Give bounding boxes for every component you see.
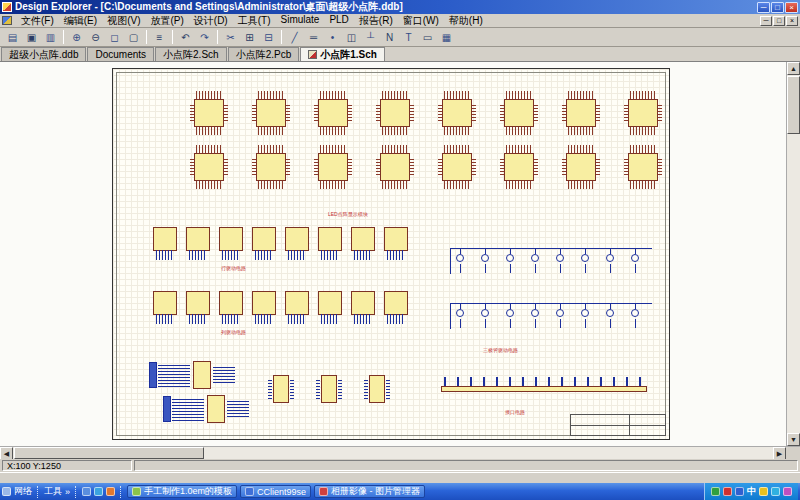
driver-module-symbol[interactable] xyxy=(217,227,245,261)
led-matrix-ic-symbol[interactable] xyxy=(439,91,475,135)
bus-tool-icon[interactable]: ═ xyxy=(304,29,323,45)
transistor-array-symbol[interactable] xyxy=(448,296,654,336)
chevron-icon[interactable]: » xyxy=(65,487,70,497)
zoom-window-icon[interactable]: ◻ xyxy=(105,29,124,45)
transistor-symbol[interactable] xyxy=(504,248,517,278)
select-tool-icon[interactable]: ▦ xyxy=(437,29,456,45)
show-desktop-icon[interactable] xyxy=(82,487,91,496)
small-ic-symbol[interactable] xyxy=(321,375,337,403)
led-matrix-ic-symbol[interactable] xyxy=(563,91,599,135)
transistor-symbol[interactable] xyxy=(529,303,542,333)
messenger-tray-icon[interactable] xyxy=(771,487,780,496)
schematic-canvas[interactable]: LED点阵显示模块行驱动电路列驱动电路三极管驱动电路接口电路 ▲ ▼ xyxy=(0,62,800,446)
transistor-symbol[interactable] xyxy=(454,248,467,278)
network-toolbar-icon[interactable] xyxy=(2,487,11,496)
alert-tray-icon[interactable] xyxy=(723,487,732,496)
driver-module-symbol[interactable] xyxy=(382,291,410,325)
menu-item[interactable]: 帮助(H) xyxy=(444,14,488,28)
vertical-scroll-thumb[interactable] xyxy=(787,76,800,134)
small-ic-symbol[interactable] xyxy=(369,375,385,403)
mdi-minimize-button[interactable]: ─ xyxy=(760,16,772,26)
led-matrix-ic-symbol[interactable] xyxy=(253,91,289,135)
network-tray-icon[interactable] xyxy=(735,487,744,496)
connector-bar-symbol[interactable] xyxy=(441,377,647,397)
vertical-scrollbar[interactable]: ▲ ▼ xyxy=(786,62,800,446)
copy-icon[interactable]: ⊞ xyxy=(240,29,259,45)
taskbar-window-button[interactable]: CClient99se xyxy=(240,485,311,498)
transistor-symbol[interactable] xyxy=(629,248,642,278)
transistor-symbol[interactable] xyxy=(604,303,617,333)
connector-cluster-symbol[interactable] xyxy=(149,361,269,427)
driver-module-symbol[interactable] xyxy=(316,291,344,325)
menu-item[interactable]: 编辑(E) xyxy=(59,14,102,28)
transistor-symbol[interactable] xyxy=(629,303,642,333)
update-tray-icon[interactable] xyxy=(759,487,768,496)
driver-module-symbol[interactable] xyxy=(283,291,311,325)
menu-item[interactable]: 视图(V) xyxy=(102,14,145,28)
maximize-button[interactable]: □ xyxy=(771,2,784,13)
transistor-array-symbol[interactable] xyxy=(448,241,654,281)
led-matrix-ic-symbol[interactable] xyxy=(191,145,227,189)
part-tool-icon[interactable]: ◫ xyxy=(342,29,361,45)
driver-module-symbol[interactable] xyxy=(316,227,344,261)
menu-item[interactable]: 设计(D) xyxy=(189,14,233,28)
led-matrix-ic-symbol[interactable] xyxy=(563,145,599,189)
zoom-out-icon[interactable]: ⊖ xyxy=(86,29,105,45)
scroll-track[interactable] xyxy=(205,447,773,459)
led-matrix-ic-symbol[interactable] xyxy=(625,91,661,135)
led-matrix-ic-symbol[interactable] xyxy=(315,145,351,189)
menu-item[interactable]: 工具(T) xyxy=(233,14,276,28)
menu-item[interactable]: 文件(F) xyxy=(16,14,59,28)
led-matrix-ic-symbol[interactable] xyxy=(501,145,537,189)
menu-item[interactable]: 报告(R) xyxy=(354,14,398,28)
document-icon[interactable] xyxy=(2,16,12,25)
zoom-all-icon[interactable]: ▢ xyxy=(124,29,143,45)
document-tab[interactable]: 小点阵2.Sch xyxy=(155,47,227,61)
menu-item[interactable]: PLD xyxy=(324,14,353,28)
cut-icon[interactable]: ✂ xyxy=(221,29,240,45)
close-button[interactable]: × xyxy=(785,2,798,13)
browser-icon[interactable] xyxy=(94,487,103,496)
driver-module-symbol[interactable] xyxy=(382,227,410,261)
text-tool-icon[interactable]: T xyxy=(399,29,418,45)
mdi-close-button[interactable]: × xyxy=(786,16,798,26)
taskbar-toolbar-tools[interactable]: 工具 xyxy=(44,485,62,498)
transistor-symbol[interactable] xyxy=(579,303,592,333)
transistor-symbol[interactable] xyxy=(479,248,492,278)
document-tab[interactable]: 小点阵2.Pcb xyxy=(228,47,300,61)
scroll-down-icon[interactable]: ▼ xyxy=(787,433,800,446)
scroll-up-icon[interactable]: ▲ xyxy=(787,62,800,75)
driver-module-symbol[interactable] xyxy=(283,227,311,261)
transistor-symbol[interactable] xyxy=(579,248,592,278)
transistor-symbol[interactable] xyxy=(604,248,617,278)
driver-module-symbol[interactable] xyxy=(250,291,278,325)
transistor-symbol[interactable] xyxy=(504,303,517,333)
document-tab[interactable]: Documents xyxy=(87,47,154,61)
open-document-icon[interactable]: ▤ xyxy=(3,29,22,45)
driver-module-symbol[interactable] xyxy=(184,227,212,261)
led-matrix-ic-symbol[interactable] xyxy=(377,91,413,135)
junction-tool-icon[interactable]: • xyxy=(323,29,342,45)
net-label-icon[interactable]: N xyxy=(380,29,399,45)
driver-module-symbol[interactable] xyxy=(349,291,377,325)
ime-indicator[interactable]: 中 xyxy=(747,485,756,498)
volume-tray-icon[interactable] xyxy=(783,487,792,496)
driver-module-symbol[interactable] xyxy=(217,291,245,325)
transistor-symbol[interactable] xyxy=(554,248,567,278)
led-matrix-ic-symbol[interactable] xyxy=(439,145,475,189)
transistor-symbol[interactable] xyxy=(529,248,542,278)
paste-icon[interactable]: ⊟ xyxy=(259,29,278,45)
browse-library-icon[interactable]: ≡ xyxy=(150,29,169,45)
mdi-restore-button[interactable]: □ xyxy=(773,16,785,26)
schematic-sheet[interactable]: LED点阵显示模块行驱动电路列驱动电路三极管驱动电路接口电路 xyxy=(112,68,670,440)
taskbar-window-button[interactable]: 手工制作1.0em的模板 xyxy=(127,485,237,498)
rectangle-tool-icon[interactable]: ▭ xyxy=(418,29,437,45)
transistor-symbol[interactable] xyxy=(554,303,567,333)
driver-module-symbol[interactable] xyxy=(250,227,278,261)
document-tab[interactable]: 小点阵1.Sch xyxy=(300,47,385,61)
menu-item[interactable]: 放置(P) xyxy=(145,14,188,28)
wire-tool-icon[interactable]: ╱ xyxy=(285,29,304,45)
scroll-track[interactable] xyxy=(787,135,800,433)
led-matrix-ic-symbol[interactable] xyxy=(625,145,661,189)
transistor-symbol[interactable] xyxy=(479,303,492,333)
